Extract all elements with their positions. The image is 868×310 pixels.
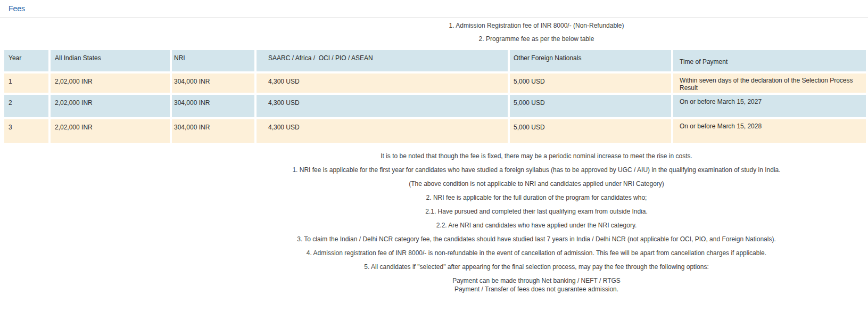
cell-saarc-fee: 4,300 USD [257, 119, 508, 143]
cell-time-of-payment: Within seven days of the declaration of … [673, 74, 866, 93]
cell-saarc-fee: 4,300 USD [257, 74, 508, 93]
table-header-row: Year All Indian States NRI SAARC / Afric… [4, 50, 866, 71]
header-cell-year: Year [4, 50, 48, 71]
note-5-payment-options: 5. All candidates if "selected" after ap… [205, 263, 868, 271]
cell-saarc-fee: 4,300 USD [257, 95, 508, 117]
note-2-2-nri-category: 2.2. Are NRI and candidates who have app… [205, 222, 868, 229]
table-row-year-2: 2 2,02,000 INR 304,000 INR 4,300 USD 5,0… [4, 95, 866, 117]
cell-year: 2 [4, 95, 48, 117]
cell-other-foreign-fee: 5,000 USD [510, 74, 671, 93]
note-payment-methods: Payment can be made through Net banking … [205, 277, 868, 284]
cell-time-of-payment: On or before March 15, 2027 [673, 95, 866, 117]
table-row-year-3: 3 2,02,000 INR 304,000 INR 4,300 USD 5,0… [4, 119, 866, 143]
page-title: Fees [9, 4, 859, 13]
note-4-non-refundable: 4. Admission registration fee of INR 800… [205, 249, 868, 257]
cell-year: 1 [4, 74, 48, 93]
admission-registration-fee-note: 1. Admission Registration fee of INR 800… [205, 22, 868, 29]
cell-year: 3 [4, 119, 48, 143]
cell-nri-fee: 304,000 INR [172, 74, 254, 93]
cell-nri-fee: 304,000 INR [172, 119, 254, 143]
table-row-year-1: 1 2,02,000 INR 304,000 INR 4,300 USD 5,0… [4, 74, 866, 93]
fees-section-header: Fees [0, 0, 868, 18]
header-cell-nri: NRI [172, 50, 254, 71]
header-cell-time-of-payment: Time of Payment [673, 50, 866, 71]
header-cell-all-indian-states: All Indian States [51, 50, 170, 71]
note-no-guarantee: Payment / Transfer of fees does not guar… [205, 285, 868, 293]
fees-table: Year All Indian States NRI SAARC / Afric… [2, 48, 868, 145]
cell-time-of-payment: On or before March 15, 2028 [673, 119, 866, 143]
header-cell-saarc-africa-oci-pio-asean: SAARC / Africa / OCI / PIO / ASEAN [257, 50, 508, 71]
note-3-delhi-ncr-category: 3. To claim the Indian / Delhi NCR categ… [205, 235, 868, 243]
header-cell-other-foreign-nationals: Other Foreign Nationals [510, 50, 671, 71]
cell-all-indian-states-fee: 2,02,000 INR [51, 119, 170, 143]
cell-other-foreign-fee: 5,000 USD [510, 119, 671, 143]
note-2-nri-full-duration: 2. NRI fee is applicable for the full du… [205, 194, 868, 201]
fee-notes-block: It is to be noted that though the fee is… [0, 152, 868, 293]
fee-intro-block: 1. Admission Registration fee of INR 800… [0, 22, 868, 43]
cell-other-foreign-fee: 5,000 USD [510, 95, 671, 117]
cell-all-indian-states-fee: 2,02,000 INR [51, 95, 170, 117]
note-condition-not-applicable: (The above condition is not applicable t… [205, 180, 868, 187]
cell-all-indian-states-fee: 2,02,000 INR [51, 74, 170, 93]
cell-nri-fee: 304,000 INR [172, 95, 254, 117]
note-2-1-qualifying-exam: 2.1. Have pursued and completed their la… [205, 208, 868, 215]
note-1-nri-first-year: 1. NRI fee is applicable for the first y… [205, 166, 868, 174]
note-periodic-increase: It is to be noted that though the fee is… [205, 152, 868, 160]
programme-fee-note: 2. Programme fee as per the below table [205, 35, 868, 43]
